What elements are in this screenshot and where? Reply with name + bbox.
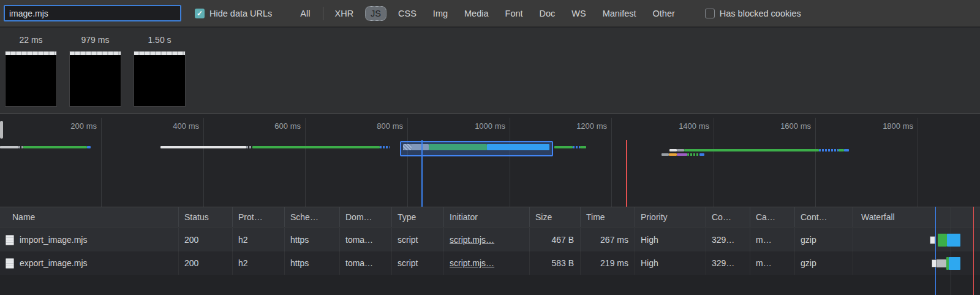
timeline-overview[interactable]: 200 ms400 ms600 ms800 ms1000 ms1200 ms14… — [0, 113, 980, 207]
toolbar-separator — [323, 7, 323, 20]
waterfall-segment-green — [252, 146, 380, 148]
waterfall-segment-white — [669, 149, 677, 151]
filter-input[interactable] — [4, 5, 181, 21]
cell-status: 200 — [179, 251, 233, 275]
cell-priority: High — [635, 251, 706, 275]
timeline-gridline — [918, 118, 918, 207]
filter-img[interactable]: Img — [428, 6, 453, 21]
hide-data-urls-checkbox[interactable]: ✓ — [195, 9, 205, 18]
column-header-type[interactable]: Type — [392, 207, 444, 227]
cell-protocol: h2 — [233, 251, 285, 275]
column-header-status[interactable]: Status — [179, 207, 233, 227]
cell-initiator: script.mjs… — [444, 251, 530, 275]
column-header-ca[interactable]: Ca… — [750, 207, 795, 227]
frame-screenshot — [134, 51, 186, 107]
cell-status: 200 — [179, 228, 233, 251]
waterfall-segment-gray — [677, 149, 684, 151]
cell-name: export_image.mjs — [0, 251, 179, 275]
script-file-icon — [6, 235, 14, 245]
timeline-gridline — [101, 118, 102, 207]
waterfall-segment-green — [839, 149, 844, 151]
column-header-waterfall[interactable]: Waterfall — [853, 207, 980, 227]
has-blocked-cookies-checkbox[interactable] — [705, 9, 715, 18]
filter-other[interactable]: Other — [648, 6, 680, 21]
cell-co: 329… — [706, 251, 750, 275]
timeline-tick-label: 1400 ms — [679, 121, 709, 131]
filter-doc[interactable]: Doc — [535, 6, 560, 21]
filter-js[interactable]: JS — [365, 6, 386, 21]
initiator-link[interactable]: script.mjs… — [450, 235, 494, 245]
filter-font[interactable]: Font — [500, 6, 528, 21]
overview-scroll-handle[interactable] — [0, 121, 3, 139]
timeline-gridline — [203, 118, 204, 207]
timeline-gridline — [510, 118, 510, 207]
cell-wf — [853, 228, 980, 251]
request-row[interactable]: import_image.mjs200h2httpstoma…scriptscr… — [0, 228, 980, 251]
timeline-tick-label: 1200 ms — [576, 121, 607, 131]
waterfall-segment-blue — [819, 149, 839, 151]
column-header-initiator[interactable]: Initiator — [444, 207, 530, 227]
cell-size: 583 B — [530, 251, 581, 275]
timeline-gridline — [611, 118, 612, 207]
waterfall-segment-blue — [844, 149, 849, 151]
network-filter-toolbar: ✓ Hide data URLs AllXHRJSCSSImgMediaFont… — [0, 0, 980, 27]
cell-domain: toma… — [340, 251, 392, 275]
table-header-row: NameStatusProt…Sche…Dom…TypeInitiatorSiz… — [0, 207, 980, 228]
cell-scheme: https — [285, 251, 340, 275]
has-blocked-cookies-label: Has blocked cookies — [720, 9, 801, 18]
column-header-cont[interactable]: Cont… — [795, 207, 853, 227]
column-header-name[interactable]: Name — [0, 207, 179, 227]
frame-screenshot — [69, 51, 121, 107]
resource-type-filters: AllXHRJSCSSImgMediaFontDocWSManifestOthe… — [295, 6, 686, 21]
filmstrip-frame[interactable]: 22 ms — [5, 35, 57, 107]
timeline-gridline — [407, 118, 408, 207]
devtools-network-panel: ✓ Hide data URLs AllXHRJSCSSImgMediaFont… — [0, 0, 980, 295]
waterfall-segment-green — [684, 149, 819, 151]
column-header-co[interactable]: Co… — [706, 207, 750, 227]
cell-domain: toma… — [340, 228, 392, 251]
filter-manifest[interactable]: Manifest — [598, 6, 641, 21]
frame-screenshot — [5, 51, 57, 107]
column-header-size[interactable]: Size — [530, 207, 581, 227]
column-header-prot[interactable]: Prot… — [233, 207, 285, 227]
column-header-dom[interactable]: Dom… — [340, 207, 392, 227]
script-file-icon — [6, 258, 14, 269]
column-header-time[interactable]: Time — [581, 207, 635, 227]
cell-ca: m… — [750, 251, 795, 275]
frame-timestamp: 1.50 s — [134, 35, 186, 47]
cell-scheme: https — [285, 228, 340, 251]
cell-size: 467 B — [530, 228, 581, 251]
filter-media[interactable]: Media — [459, 6, 494, 21]
waterfall-segment-white — [160, 146, 246, 148]
column-header-sche[interactable]: Sche… — [285, 207, 340, 227]
frame-screenshot-chrome — [134, 52, 185, 55]
waterfall-segment-purple — [677, 153, 687, 156]
cell-cont: gzip — [795, 228, 853, 251]
overview-selection-window[interactable] — [400, 141, 553, 156]
cell-time: 219 ms — [581, 251, 635, 275]
timeline-tick-label: 200 ms — [70, 121, 97, 131]
cell-priority: High — [635, 228, 706, 251]
initiator-link[interactable]: script.mjs… — [450, 258, 494, 268]
frame-timestamp: 22 ms — [5, 35, 57, 47]
column-header-priority[interactable]: Priority — [635, 207, 706, 227]
filmstrip-frame[interactable]: 979 ms — [69, 35, 121, 107]
filter-ws[interactable]: WS — [567, 6, 590, 21]
waterfall-segment-green — [23, 146, 87, 148]
cell-ca: m… — [750, 228, 795, 251]
filmstrip-frame[interactable]: 1.50 s — [134, 35, 186, 107]
frame-timestamp: 979 ms — [69, 35, 121, 47]
waterfall-segment-blue — [380, 146, 390, 148]
requests-table: NameStatusProt…Sche…Dom…TypeInitiatorSiz… — [0, 207, 980, 295]
request-row[interactable]: export_image.mjs200h2httpstoma…scriptscr… — [0, 251, 980, 275]
filmstrip: 22 ms979 ms1.50 s — [0, 28, 980, 113]
filter-css[interactable]: CSS — [393, 6, 421, 21]
cell-protocol: h2 — [233, 228, 285, 251]
cell-wf — [853, 251, 980, 275]
cell-type: script — [392, 228, 444, 251]
waterfall-segment-blue — [87, 146, 91, 148]
cell-type: script — [392, 251, 444, 275]
filter-xhr[interactable]: XHR — [330, 6, 358, 21]
cell-name: import_image.mjs — [0, 228, 179, 251]
filter-all[interactable]: All — [295, 6, 315, 21]
